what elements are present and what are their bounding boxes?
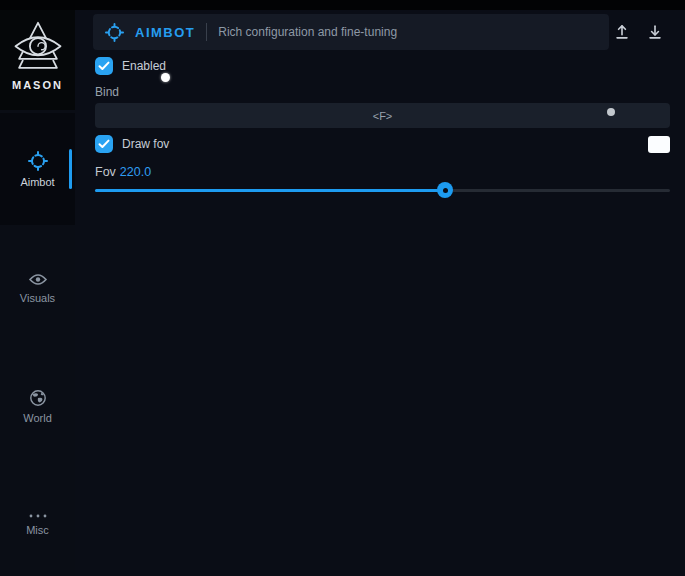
fov-value-row: Fov220.0: [95, 165, 151, 179]
sidebar-item-visuals[interactable]: Visuals: [0, 256, 75, 320]
eye-icon: [28, 272, 48, 287]
download-config-button[interactable]: [642, 19, 668, 45]
download-icon: [646, 23, 664, 41]
enabled-label: Enabled: [122, 59, 166, 73]
header-divider: [206, 23, 207, 41]
bind-key-value: <F>: [373, 110, 393, 122]
sidebar-item-aimbot[interactable]: Aimbot: [0, 113, 75, 225]
sidebar-item-label: Aimbot: [20, 176, 54, 188]
page-header: AIMBOT Rich configuration and fine-tunin…: [93, 14, 609, 50]
draw-fov-checkbox[interactable]: [95, 135, 113, 153]
sidebar-item-misc[interactable]: Misc: [0, 492, 75, 556]
sidebar: MASON Aimbot Visuals: [0, 10, 75, 576]
fov-slider[interactable]: [95, 182, 670, 198]
sidebar-item-world[interactable]: World: [0, 374, 75, 438]
enabled-row: Enabled: [95, 57, 166, 75]
app-window: MASON Aimbot Visuals: [0, 0, 685, 576]
crosshair-icon: [105, 23, 124, 42]
bind-key-input[interactable]: <F>: [95, 103, 670, 128]
mason-eye-logo-icon: [11, 19, 65, 77]
fov-label: Fov: [95, 165, 116, 179]
input-dot: [607, 108, 615, 116]
sidebar-item-label: Visuals: [20, 292, 55, 304]
page-title: AIMBOT: [135, 25, 195, 40]
selected-indicator: [69, 149, 72, 189]
mouse-cursor-dot: [161, 73, 170, 82]
fov-color-swatch[interactable]: [648, 136, 670, 153]
draw-fov-label: Draw fov: [122, 137, 169, 151]
upload-config-button[interactable]: [609, 19, 635, 45]
slider-fill: [95, 189, 445, 192]
enabled-checkbox[interactable]: [95, 57, 113, 75]
fov-value: 220.0: [120, 165, 151, 179]
draw-fov-row: Draw fov: [95, 135, 169, 153]
ellipsis-icon: [28, 513, 48, 519]
sidebar-item-label: World: [23, 412, 52, 424]
slider-thumb[interactable]: [437, 182, 453, 198]
globe-icon: [29, 389, 47, 407]
page-subtitle: Rich configuration and fine-tuning: [218, 25, 397, 39]
logo: MASON: [0, 10, 75, 110]
bind-label: Bind: [95, 85, 119, 99]
logo-text: MASON: [12, 79, 63, 91]
upload-icon: [613, 23, 631, 41]
window-top-strip: [0, 0, 685, 10]
crosshair-icon: [28, 151, 48, 171]
sidebar-item-label: Misc: [26, 524, 49, 536]
